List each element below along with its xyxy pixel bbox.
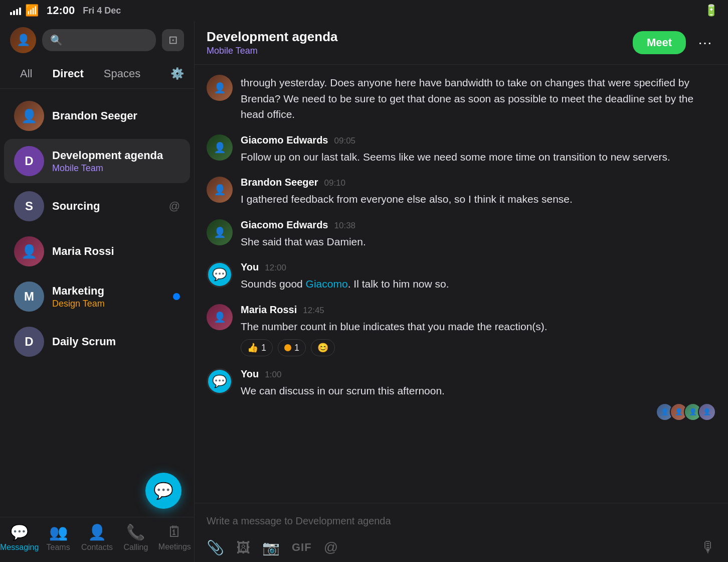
reaction-count-2: 1 — [294, 343, 299, 353]
conv-info-marketing: Marketing Design Team — [52, 285, 165, 309]
message-input[interactable]: Write a message to Development agenda — [207, 511, 716, 531]
teams-icon: 👥 — [49, 523, 68, 541]
msg-text-maria: The number count in blue indicates that … — [241, 319, 716, 335]
chat-area: Development agenda Mobile Team Meet ⋯ 👤 … — [195, 21, 728, 562]
chat-header: Development agenda Mobile Team Meet ⋯ — [195, 21, 728, 65]
nav-teams[interactable]: 👥 Teams — [39, 523, 77, 552]
conv-item-marketing[interactable]: M Marketing Design Team — [4, 274, 190, 319]
chat-header-info: Development agenda Mobile Team — [207, 29, 633, 56]
message-you-2: 💬 You 1:00 We can discuss in our scrum t… — [207, 368, 716, 421]
meetings-icon: 🗓 — [167, 523, 182, 540]
msg-sender-you-1: You — [241, 261, 259, 273]
more-options-button[interactable]: ⋯ — [694, 33, 716, 53]
msg-text-you-2: We can discuss in our scrum this afterno… — [241, 383, 716, 399]
battery-icon: 🔋 — [704, 4, 718, 17]
tab-spaces[interactable]: Spaces — [94, 63, 150, 84]
reaction-count-1: 1 — [261, 343, 266, 353]
conv-item-dev-agenda[interactable]: D Development agenda Mobile Team — [4, 139, 190, 183]
conv-avatar-maria: 👤 — [14, 236, 44, 266]
calling-icon: 📞 — [126, 523, 145, 541]
conv-item-brandon[interactable]: 👤 Brandon Seeger — [4, 94, 190, 138]
conv-info-daily-scrum: Daily Scrum — [52, 335, 180, 348]
msg-content-you-1: You 12:00 Sounds good Giacomo. Il talk t… — [241, 261, 716, 292]
conv-subtitle-dev: Mobile Team — [52, 163, 180, 174]
conv-info-maria: Maria Rossi — [52, 245, 180, 258]
msg-sender-giacomo-1: Giacomo Edwards — [241, 134, 328, 146]
receipt-avatar-4: 👤 — [698, 403, 716, 421]
messaging-label: Messaging — [0, 543, 39, 552]
reaction-emoji-1: 👍 — [247, 342, 258, 353]
sidebar-header: 👤 🔍 ⊡ — [0, 21, 194, 59]
conv-item-maria[interactable]: 👤 Maria Rossi — [4, 229, 190, 273]
msg-content-you-2: You 1:00 We can discuss in our scrum thi… — [241, 368, 716, 421]
message-giacomo-1: 👤 Giacomo Edwards 09:05 Follow up on our… — [207, 134, 716, 165]
reaction-thumbsup[interactable]: 👍 1 — [241, 339, 273, 356]
msg-content-giacomo-1: Giacomo Edwards 09:05 Follow up on our l… — [241, 134, 716, 165]
msg-time-giacomo-2: 10:38 — [334, 221, 356, 231]
msg-text-brandon-1: I gathered feedback from everyone else a… — [241, 191, 716, 207]
msg-text-you-1: Sounds good Giacomo. Il talk to him now … — [241, 276, 716, 292]
input-toolbar: 📎 🖼 📷 GIF @ 🎙 — [207, 539, 716, 556]
microphone-icon[interactable]: 🎙 — [701, 539, 716, 556]
message-giacomo-2: 👤 Giacomo Edwards 10:38 She said that wa… — [207, 219, 716, 250]
messages-list: 👤 through yesterday. Does anyone here ha… — [195, 65, 728, 503]
wifi-icon: 📶 — [25, 4, 39, 17]
msg-time-brandon-1: 09:10 — [324, 178, 345, 188]
message-continuation: 👤 through yesterday. Does anyone here ha… — [207, 75, 716, 122]
mention-icon[interactable]: @ — [324, 539, 338, 555]
search-bar[interactable]: 🔍 — [42, 29, 156, 51]
conv-avatar-brandon: 👤 — [14, 101, 44, 131]
conversation-list: 👤 Brandon Seeger D Development agenda Mo… — [0, 89, 194, 467]
message-brandon-1: 👤 Brandon Seeger 09:10 I gathered feedba… — [207, 177, 716, 207]
nav-calling[interactable]: 📞 Calling — [116, 523, 155, 552]
user-avatar[interactable]: 👤 — [10, 27, 36, 53]
image-icon[interactable]: 🖼 — [236, 539, 250, 556]
new-message-fab[interactable]: 💬 — [145, 473, 181, 509]
nav-messaging[interactable]: 💬 Messaging — [0, 523, 39, 552]
gif-icon[interactable]: GIF — [292, 541, 312, 554]
msg-avatar-maria: 👤 — [207, 304, 233, 330]
msg-header-brandon-1: Brandon Seeger 09:10 — [241, 177, 716, 188]
filter-icon[interactable]: ⚙️ — [170, 67, 184, 80]
conv-info-dev: Development agenda Mobile Team — [52, 149, 180, 174]
msg-sender-giacomo-2: Giacomo Edwards — [241, 219, 328, 231]
msg-avatar-you-1: 💬 — [207, 261, 233, 288]
message-you-1: 💬 You 12:00 Sounds good Giacomo. Il talk… — [207, 261, 716, 292]
messaging-icon: 💬 — [10, 523, 29, 541]
chat-subtitle: Mobile Team — [207, 46, 633, 56]
cast-button[interactable]: ⊡ — [162, 29, 184, 51]
conv-subtitle-marketing: Design Team — [52, 299, 165, 309]
message-input-area: Write a message to Development agenda 📎 … — [195, 503, 728, 562]
search-icon: 🔍 — [50, 34, 63, 46]
status-time: 12:00 — [47, 4, 75, 17]
conv-item-sourcing[interactable]: S Sourcing @ — [4, 184, 190, 228]
msg-time-giacomo-1: 09:05 — [334, 136, 356, 146]
nav-meetings[interactable]: 🗓 Meetings — [155, 523, 194, 552]
cast-icon: ⊡ — [168, 34, 177, 47]
tab-direct[interactable]: Direct — [42, 63, 93, 84]
conv-avatar-daily-scrum: D — [14, 327, 44, 357]
msg-time-you-2: 1:00 — [265, 370, 281, 380]
bottom-nav: 💬 Messaging 👥 Teams 👤 Contacts 📞 Calling… — [0, 517, 194, 562]
msg-avatar-giacomo-2: 👤 — [207, 219, 233, 245]
conv-item-daily-scrum[interactable]: D Daily Scrum — [4, 320, 190, 364]
msg-text-cont: through yesterday. Does anyone here have… — [241, 75, 716, 122]
camera-icon[interactable]: 📷 — [262, 539, 280, 556]
reactions-maria: 👍 1 1 😊 — [241, 339, 716, 356]
new-message-icon: 💬 — [153, 481, 173, 500]
attachment-icon[interactable]: 📎 — [207, 539, 224, 556]
reaction-smile[interactable]: 😊 — [311, 339, 335, 356]
reaction-emoji-3: 😊 — [317, 342, 328, 353]
mention-giacomo: Giacomo — [306, 278, 348, 290]
conv-name-dev: Development agenda — [52, 149, 180, 162]
nav-contacts[interactable]: 👤 Contacts — [78, 523, 116, 552]
conv-info-sourcing: Sourcing — [52, 200, 161, 213]
reaction-yellow[interactable]: 1 — [278, 339, 306, 356]
conv-name-maria: Maria Rossi — [52, 245, 180, 258]
tab-all[interactable]: All — [10, 63, 42, 84]
status-date: Fri 4 Dec — [83, 6, 121, 16]
msg-avatar-brandon-1: 👤 — [207, 177, 233, 203]
meet-button[interactable]: Meet — [633, 31, 686, 54]
conv-avatar-marketing: M — [14, 282, 44, 312]
msg-header-maria: Maria Rossi 12:45 — [241, 304, 716, 316]
